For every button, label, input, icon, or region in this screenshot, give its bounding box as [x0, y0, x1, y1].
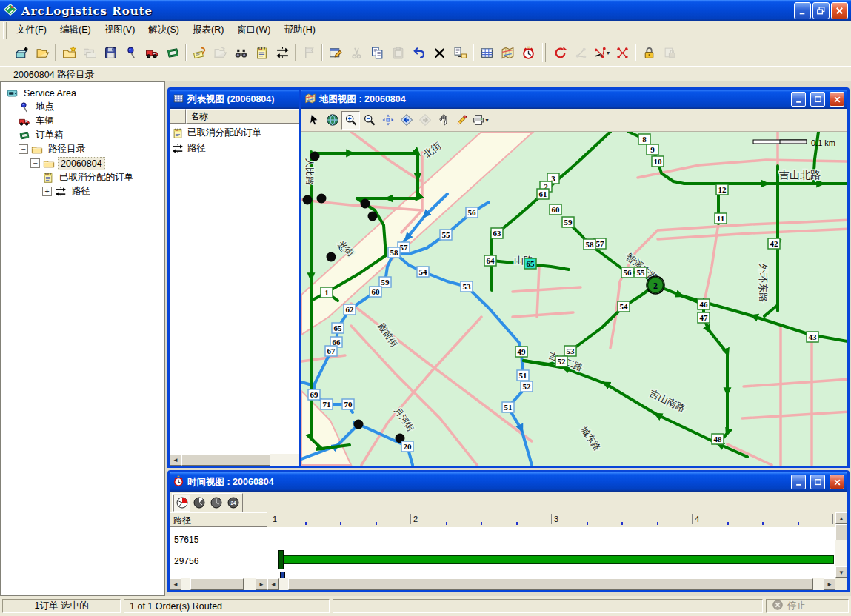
tree-item-label[interactable]: Service Area [21, 87, 79, 99]
new-service-area-button[interactable] [12, 43, 31, 62]
order-box-button[interactable] [163, 43, 182, 62]
clock-full-button[interactable] [207, 495, 224, 512]
stop-marker[interactable]: 71 [321, 399, 333, 409]
close-button[interactable] [831, 2, 848, 19]
stop-marker[interactable]: 49 [515, 346, 527, 357]
map-view-button[interactable] [498, 43, 517, 62]
unassigned-order-dot[interactable] [361, 199, 370, 209]
delete-x-button[interactable] [430, 43, 449, 62]
open-service-area-button[interactable] [33, 43, 52, 62]
time-maximize-button[interactable] [810, 475, 825, 489]
unassigned-order-dot[interactable] [327, 252, 336, 262]
stop-marker[interactable]: 67 [325, 346, 337, 356]
stop-marker[interactable]: 12 [716, 184, 728, 195]
map-minimize-button[interactable] [791, 92, 806, 107]
tree-item-车辆[interactable]: 车辆 [1, 114, 164, 128]
time-minimize-button[interactable] [791, 475, 806, 489]
tree-item-路径目录[interactable]: −路径目录 [1, 142, 164, 156]
previous-extent-tool-button[interactable] [397, 111, 416, 130]
tree-item-label[interactable]: 地点 [33, 100, 56, 114]
route-row-label[interactable]: 57615 [174, 535, 198, 545]
tree-item-路径[interactable]: +路径 [1, 184, 164, 198]
stop-marker[interactable]: 64 [484, 255, 496, 266]
copy-folder-button[interactable] [80, 43, 99, 62]
menu-item-文件[interactable]: 文件(F) [10, 21, 53, 38]
stop-marker[interactable]: 69 [308, 389, 320, 400]
import-file-button[interactable] [210, 43, 230, 62]
time-vscrollbar[interactable]: ▲ ▼ [835, 512, 847, 578]
stop-marker[interactable]: 42 [768, 238, 780, 249]
zoom-out-tool-button[interactable] [360, 111, 378, 130]
properties-button[interactable] [326, 43, 345, 62]
minimize-button[interactable] [794, 2, 811, 19]
time-view-clock-button[interactable] [518, 43, 538, 62]
restore-button[interactable] [812, 2, 830, 19]
routes-arrows-button[interactable] [273, 43, 292, 62]
stop-button[interactable]: 停止 [766, 599, 849, 613]
reassign-stops-button[interactable]: ▾ [592, 43, 611, 62]
stop-marker[interactable]: 63 [491, 228, 503, 238]
stop-marker[interactable]: 70 [342, 399, 354, 409]
unassigned-order-dot[interactable] [368, 212, 378, 221]
stop-marker[interactable]: 9 [647, 144, 658, 155]
lock-button[interactable] [639, 43, 658, 62]
draw-pencil-tool-button[interactable] [453, 111, 471, 130]
tree-item-label[interactable]: 订单箱 [33, 128, 66, 142]
flag-button[interactable] [299, 43, 318, 62]
menubar-grip[interactable] [3, 22, 7, 38]
next-extent-tool-button[interactable] [416, 111, 434, 130]
stop-marker[interactable]: 60 [550, 204, 561, 215]
stop-marker[interactable]: 55 [635, 267, 647, 278]
stop-marker[interactable]: 65 [332, 323, 344, 333]
stop-marker[interactable]: 51 [502, 402, 514, 412]
menu-item-编辑[interactable]: 编辑(E) [53, 21, 98, 38]
unassigned-order-dot[interactable] [317, 194, 327, 204]
stop-marker[interactable]: 11 [715, 213, 727, 224]
scroll-down-button[interactable]: ▼ [835, 566, 847, 578]
stop-marker[interactable]: 60 [370, 287, 381, 297]
stop-marker[interactable]: 52 [555, 356, 567, 366]
stop-marker[interactable]: 52 [521, 381, 533, 392]
orders-notepad-button[interactable] [252, 43, 271, 62]
timeline-ruler[interactable]: 1234 [170, 512, 835, 527]
map-svg[interactable]: 北街人比路光街山路智溪东路吉山北路外环东路吉山二路吉山南路城东路月河街殿前街56… [301, 132, 847, 466]
tree-item-label[interactable]: 路径 [70, 184, 93, 198]
map-window-titlebar[interactable]: 地图视图 : 20060804 [301, 90, 847, 109]
menu-item-解决[interactable]: 解决(S) [141, 21, 186, 38]
sequence-route-button[interactable] [571, 43, 590, 62]
zoom-to-selected-tool-button[interactable] [378, 111, 397, 130]
tree-expander-collapse[interactable]: − [19, 144, 28, 154]
timeline-cursor[interactable] [280, 572, 285, 578]
stop-marker[interactable]: 54 [618, 301, 630, 312]
scroll-right-button[interactable]: ► [824, 578, 835, 590]
save-button[interactable] [101, 43, 120, 62]
unassign-stops-button[interactable] [613, 43, 632, 62]
stop-marker[interactable]: 58 [388, 247, 400, 258]
find-binoculars-button[interactable] [231, 43, 250, 62]
tree-item-label[interactable]: 20060804 [58, 157, 105, 170]
zoom-in-tool-button[interactable] [341, 111, 360, 130]
stop-marker[interactable]: 56 [466, 207, 478, 218]
tree-item-label[interactable]: 已取消分配的订单 [57, 170, 136, 184]
locations-pin-button[interactable] [121, 43, 141, 62]
menu-item-报表[interactable]: 报表(R) [186, 21, 230, 38]
stop-marker[interactable]: 43 [807, 332, 818, 342]
tree-item-已取消分配的订单[interactable]: 已取消分配的订单 [1, 170, 164, 184]
stop-marker[interactable]: 59 [379, 277, 391, 287]
stop-marker[interactable]: 53 [461, 281, 473, 292]
new-folder-button[interactable] [59, 43, 79, 62]
pointer-tool-tool-button[interactable] [304, 111, 323, 130]
stop-marker[interactable]: 55 [440, 230, 452, 240]
timeline-hscrollbar[interactable]: ◄ ► [267, 578, 835, 590]
route-column-hscrollbar[interactable]: ◄ ► [170, 578, 267, 590]
clock-24-button[interactable]: 24 [224, 495, 241, 512]
scroll-left-button[interactable]: ◄ [170, 578, 181, 590]
scroll-right-button[interactable]: ► [256, 578, 267, 590]
scroll-left-button[interactable]: ◄ [170, 454, 181, 466]
unassigned-order-dot[interactable] [303, 195, 313, 205]
route-gantt-bar[interactable] [281, 555, 834, 564]
toolbar-grip[interactable] [4, 43, 7, 62]
stop-marker[interactable]: 47 [698, 312, 710, 323]
vehicles-truck-button[interactable] [142, 43, 161, 62]
stop-marker[interactable]: 54 [417, 267, 429, 277]
